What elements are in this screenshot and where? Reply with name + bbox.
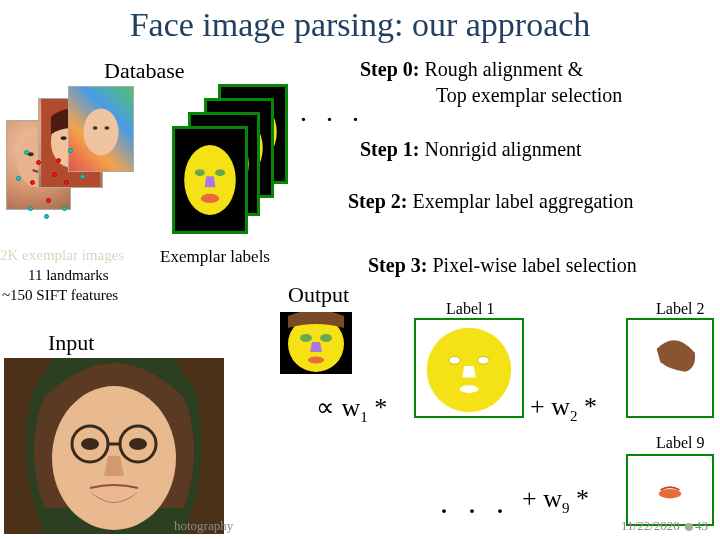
label-9-box bbox=[626, 454, 714, 526]
svg-point-40 bbox=[459, 385, 478, 393]
plus-w2-text: + w bbox=[530, 392, 570, 421]
step-3-text: Pixel-wise label selection bbox=[427, 254, 636, 276]
plus-w9-text: + w bbox=[522, 484, 562, 513]
label-1-title: Label 1 bbox=[446, 300, 494, 318]
info-line-2: 11 landmarks bbox=[28, 266, 109, 285]
svg-point-1 bbox=[28, 152, 34, 156]
svg-point-41 bbox=[659, 489, 682, 498]
database-heading: Database bbox=[104, 58, 185, 84]
info-line-3: ~150 SIFT features bbox=[2, 286, 118, 305]
svg-point-39 bbox=[478, 356, 490, 364]
output-thumbnail bbox=[280, 312, 352, 374]
svg-point-25 bbox=[201, 194, 219, 203]
svg-point-7 bbox=[83, 108, 118, 155]
formula-propto-w1: ∝ w1 * bbox=[316, 392, 387, 426]
step-0-text1: Rough alignment & bbox=[419, 58, 583, 80]
svg-point-8 bbox=[93, 126, 98, 130]
svg-point-23 bbox=[195, 169, 205, 176]
footer-left: hotography bbox=[174, 518, 233, 534]
step-0: Step 0: Rough alignment & bbox=[360, 58, 583, 81]
slide-title: Face image parsing: our approach bbox=[0, 0, 720, 44]
exemplar-photo bbox=[68, 86, 134, 172]
step-2-bold: Step 2: bbox=[348, 190, 407, 212]
output-heading: Output bbox=[288, 282, 349, 308]
step-2-text: Exemplar label aggregation bbox=[407, 190, 633, 212]
step-0-bold: Step 0: bbox=[360, 58, 419, 80]
svg-point-38 bbox=[449, 356, 461, 364]
footer-date: 11/22/2020 bbox=[621, 518, 680, 533]
footer-page: 43 bbox=[695, 518, 708, 533]
footer-bullet-icon bbox=[685, 523, 693, 531]
svg-point-36 bbox=[308, 357, 324, 364]
star-1: * bbox=[368, 393, 388, 422]
svg-point-5 bbox=[61, 136, 67, 140]
step-3: Step 3: Pixel-wise label selection bbox=[368, 254, 637, 277]
input-photo bbox=[4, 358, 224, 534]
exemplar-label-image bbox=[172, 126, 248, 234]
info-line-1: 2K exemplar images bbox=[0, 246, 124, 265]
formula-plus-w2: + w2 * bbox=[530, 392, 597, 425]
svg-point-35 bbox=[320, 334, 332, 342]
star-2: * bbox=[577, 392, 597, 421]
exemplar-labels-caption: Exemplar labels bbox=[160, 246, 270, 267]
propto-text: ∝ w bbox=[316, 393, 360, 422]
formula-plus-w9: + w9 * bbox=[522, 484, 589, 517]
svg-point-34 bbox=[300, 334, 312, 342]
ellipsis-icon: . . . bbox=[300, 96, 365, 128]
footer-right: 11/22/2020 43 bbox=[621, 518, 708, 534]
label-2-title: Label 2 bbox=[656, 300, 704, 318]
svg-point-9 bbox=[104, 126, 109, 130]
svg-point-28 bbox=[81, 438, 99, 450]
svg-point-24 bbox=[215, 169, 225, 176]
star-9: * bbox=[569, 484, 589, 513]
step-2: Step 2: Exemplar label aggregation bbox=[348, 190, 633, 213]
step-0-line2: Top exemplar selection bbox=[436, 84, 622, 107]
step-1-text: Nonrigid alignment bbox=[419, 138, 581, 160]
sub-1: 1 bbox=[360, 409, 368, 425]
label-2-box bbox=[626, 318, 714, 418]
label-1-box bbox=[414, 318, 524, 418]
label-9-title: Label 9 bbox=[656, 434, 704, 452]
step-1: Step 1: Nonrigid alignment bbox=[360, 138, 582, 161]
input-heading: Input bbox=[48, 330, 94, 356]
step-3-bold: Step 3: bbox=[368, 254, 427, 276]
ellipsis-icon-2: . . . bbox=[440, 484, 510, 521]
svg-point-29 bbox=[129, 438, 147, 450]
step-1-bold: Step 1: bbox=[360, 138, 419, 160]
